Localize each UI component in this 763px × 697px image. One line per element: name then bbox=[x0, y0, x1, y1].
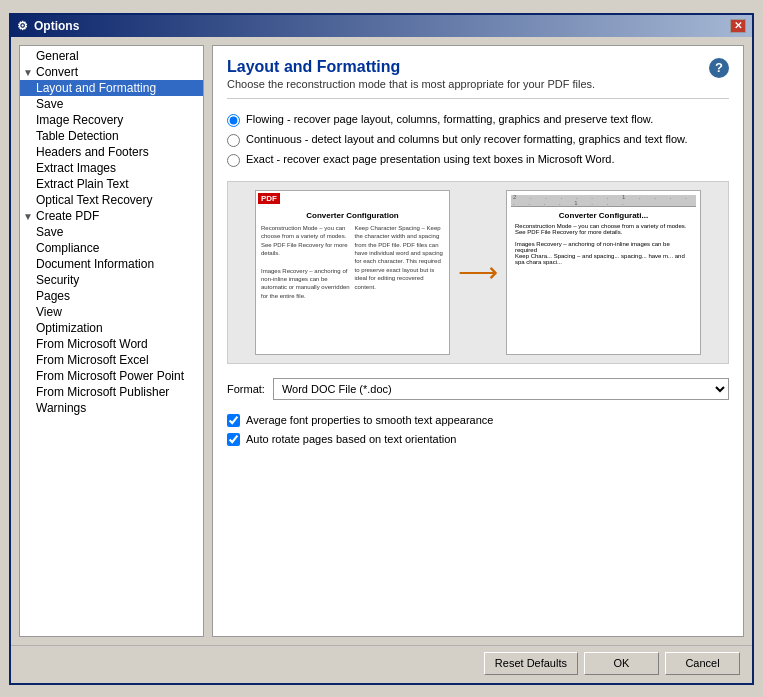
pdf-col1: Reconstruction Mode – you can choose fro… bbox=[261, 224, 351, 300]
tree-label-from-ms-excel: From Microsoft Excel bbox=[36, 353, 149, 367]
content-header: Layout and Formatting Choose the reconst… bbox=[227, 58, 729, 99]
word-col1-text: Reconstruction Mode – you can choose fro… bbox=[515, 223, 692, 235]
close-button[interactable]: ✕ bbox=[730, 19, 746, 33]
tree-label-from-ms-publisher: From Microsoft Publisher bbox=[36, 385, 169, 399]
title-bar: ⚙ Options ✕ bbox=[11, 15, 752, 37]
ruler-text: 2 . . . . . . 1 . . . . . . . . 1 . . . bbox=[513, 194, 694, 206]
tree-item-headers-footers[interactable]: Headers and Footers bbox=[20, 144, 203, 160]
tree-item-convert[interactable]: ▼Convert bbox=[20, 64, 203, 80]
tree-label-extract-images: Extract Images bbox=[36, 161, 116, 175]
options-dialog: ⚙ Options ✕ General▼ConvertLayout and Fo… bbox=[9, 13, 754, 685]
dialog-body: General▼ConvertLayout and FormattingSave… bbox=[11, 37, 752, 645]
tree-item-from-ms-powerpoint[interactable]: From Microsoft Power Point bbox=[20, 368, 203, 384]
pdf-doc-content: Converter Configuration Reconstruction M… bbox=[261, 211, 444, 301]
preview-area: PDF Converter Configuration Reconstructi… bbox=[227, 181, 729, 364]
tree-label-extract-plain-text: Extract Plain Text bbox=[36, 177, 128, 191]
radio-exact[interactable] bbox=[227, 154, 240, 167]
radio-label-exact: Exact - recover exact page presentation … bbox=[246, 153, 614, 165]
tree-item-document-information[interactable]: Document Information bbox=[20, 256, 203, 272]
tree-label-save2: Save bbox=[36, 225, 63, 239]
tree-label-headers-footers: Headers and Footers bbox=[36, 145, 149, 159]
tree-label-save: Save bbox=[36, 97, 63, 111]
tree-label-view: View bbox=[36, 305, 62, 319]
word-col-layout: Reconstruction Mode – you can choose fro… bbox=[515, 223, 692, 265]
pdf-badge: PDF bbox=[258, 193, 280, 204]
radio-item-continuous: Continuous - detect layout and columns b… bbox=[227, 133, 729, 147]
radio-flowing[interactable] bbox=[227, 114, 240, 127]
tree-label-compliance: Compliance bbox=[36, 241, 99, 255]
tree-label-pages: Pages bbox=[36, 289, 70, 303]
checkbox-item-auto-rotate: Auto rotate pages based on text orientat… bbox=[227, 433, 729, 446]
word-doc-title: Converter Configurati... bbox=[515, 211, 692, 220]
tree-item-create-pdf[interactable]: ▼Create PDF bbox=[20, 208, 203, 224]
tree-item-general[interactable]: General bbox=[20, 48, 203, 64]
radio-item-flowing: Flowing - recover page layout, columns, … bbox=[227, 113, 729, 127]
tree-item-layout-formatting[interactable]: Layout and Formatting bbox=[20, 80, 203, 96]
tree-label-general: General bbox=[36, 49, 79, 63]
word-preview: 2 . . . . . . 1 . . . . . . . . 1 . . . … bbox=[506, 190, 701, 355]
format-select[interactable]: Word DOC File (*.doc)Word DOCX File (*.d… bbox=[273, 378, 729, 400]
tree-item-from-ms-publisher[interactable]: From Microsoft Publisher bbox=[20, 384, 203, 400]
content-title: Layout and Formatting bbox=[227, 58, 709, 76]
title-bar-left: ⚙ Options bbox=[17, 19, 79, 33]
dialog-footer: Reset Defaults OK Cancel bbox=[11, 645, 752, 683]
radio-continuous[interactable] bbox=[227, 134, 240, 147]
tree-item-optimization[interactable]: Optimization bbox=[20, 320, 203, 336]
word-col2: Keep Chara... Spacing – and spacing... s… bbox=[515, 253, 692, 265]
word-doc-content: Converter Configurati... Reconstruction … bbox=[511, 207, 696, 269]
tree-item-pages[interactable]: Pages bbox=[20, 288, 203, 304]
pdf-col1-text: Reconstruction Mode – you can choose fro… bbox=[261, 224, 351, 258]
tree-label-image-recovery: Image Recovery bbox=[36, 113, 123, 127]
word-ruler: 2 . . . . . . 1 . . . . . . . . 1 . . . bbox=[511, 195, 696, 207]
tree-item-warnings[interactable]: Warnings bbox=[20, 400, 203, 416]
tree-label-security: Security bbox=[36, 273, 79, 287]
tree-label-table-detection: Table Detection bbox=[36, 129, 119, 143]
tree-label-warnings: Warnings bbox=[36, 401, 86, 415]
tree-item-optical-text-recovery[interactable]: Optical Text Recovery bbox=[20, 192, 203, 208]
content-panel: Layout and Formatting Choose the reconst… bbox=[212, 45, 744, 637]
checkbox-label-auto-rotate: Auto rotate pages based on text orientat… bbox=[246, 433, 456, 445]
tree-item-from-ms-excel[interactable]: From Microsoft Excel bbox=[20, 352, 203, 368]
tree-expander-convert: ▼ bbox=[20, 67, 36, 78]
tree-item-save[interactable]: Save bbox=[20, 96, 203, 112]
dialog-icon: ⚙ bbox=[17, 19, 28, 33]
cancel-button[interactable]: Cancel bbox=[665, 652, 740, 675]
tree-item-from-ms-word[interactable]: From Microsoft Word bbox=[20, 336, 203, 352]
tree-item-security[interactable]: Security bbox=[20, 272, 203, 288]
format-label: Format: bbox=[227, 383, 265, 395]
tree-label-from-ms-powerpoint: From Microsoft Power Point bbox=[36, 369, 184, 383]
tree-item-table-detection[interactable]: Table Detection bbox=[20, 128, 203, 144]
tree-item-image-recovery[interactable]: Image Recovery bbox=[20, 112, 203, 128]
pdf-preview: PDF Converter Configuration Reconstructi… bbox=[255, 190, 450, 355]
tree-item-view[interactable]: View bbox=[20, 304, 203, 320]
pdf-col-layout: Reconstruction Mode – you can choose fro… bbox=[261, 224, 444, 300]
tree-label-create-pdf: Create PDF bbox=[36, 209, 99, 223]
reset-defaults-button[interactable]: Reset Defaults bbox=[484, 652, 578, 675]
tree-expander-create-pdf: ▼ bbox=[20, 211, 36, 222]
dialog-title: Options bbox=[34, 19, 79, 33]
tree-item-extract-plain-text[interactable]: Extract Plain Text bbox=[20, 176, 203, 192]
content-subtitle: Choose the reconstruction mode that is m… bbox=[227, 78, 709, 90]
tree-label-layout-formatting: Layout and Formatting bbox=[36, 81, 156, 95]
checkbox-auto-rotate[interactable] bbox=[227, 433, 240, 446]
radio-label-continuous: Continuous - detect layout and columns b… bbox=[246, 133, 687, 145]
word-images-text: Images Recovery – anchoring of non-inlin… bbox=[515, 241, 692, 253]
checkbox-group: Average font properties to smooth text a… bbox=[227, 414, 729, 446]
help-icon[interactable]: ? bbox=[709, 58, 729, 78]
checkbox-item-avg-font: Average font properties to smooth text a… bbox=[227, 414, 729, 427]
ok-button[interactable]: OK bbox=[584, 652, 659, 675]
tree-label-optimization: Optimization bbox=[36, 321, 103, 335]
checkbox-avg-font[interactable] bbox=[227, 414, 240, 427]
word-col1: Reconstruction Mode – you can choose fro… bbox=[515, 223, 692, 253]
tree-item-save2[interactable]: Save bbox=[20, 224, 203, 240]
radio-item-exact: Exact - recover exact page presentation … bbox=[227, 153, 729, 167]
radio-label-flowing: Flowing - recover page layout, columns, … bbox=[246, 113, 653, 125]
tree-item-extract-images[interactable]: Extract Images bbox=[20, 160, 203, 176]
conversion-arrow: ⟶ bbox=[458, 256, 498, 289]
tree-label-convert: Convert bbox=[36, 65, 78, 79]
format-row: Format: Word DOC File (*.doc)Word DOCX F… bbox=[227, 378, 729, 400]
tree-item-compliance[interactable]: Compliance bbox=[20, 240, 203, 256]
pdf-doc-title: Converter Configuration bbox=[261, 211, 444, 221]
header-text-block: Layout and Formatting Choose the reconst… bbox=[227, 58, 709, 90]
tree-label-document-information: Document Information bbox=[36, 257, 154, 271]
